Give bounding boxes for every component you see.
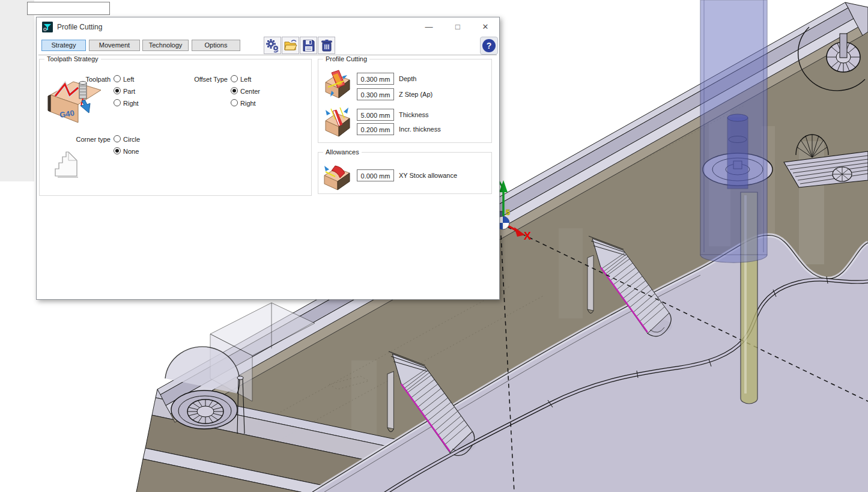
generate-gear-icon xyxy=(266,38,280,53)
help-button[interactable]: ? xyxy=(480,37,498,55)
radio-offset-right[interactable] xyxy=(231,99,238,106)
origin-number-badge: 5 xyxy=(506,208,510,217)
tab-options[interactable]: Options xyxy=(192,40,240,51)
offset-type-label: Offset Type xyxy=(186,76,228,83)
toolpath-strategy-group: Toolpath Strategy G40 Toolpath Left Part xyxy=(39,59,312,196)
incr-thickness-label: Incr. thickness xyxy=(399,126,441,133)
corner-type-icon xyxy=(50,151,80,180)
xy-allowance-field[interactable]: 0.000 mm xyxy=(357,169,394,181)
quick-search-input[interactable] xyxy=(27,2,110,15)
close-button[interactable]: ✕ xyxy=(475,20,496,34)
radio-toolpath-part-label[interactable]: Part xyxy=(123,88,135,95)
dialog-title: Profile Cutting xyxy=(57,23,102,31)
group-title: Allowances xyxy=(323,148,362,156)
radio-corner-circle-label[interactable]: Circle xyxy=(123,136,140,143)
save-button[interactable] xyxy=(300,37,317,54)
zstep-label: Z Step (Ap) xyxy=(399,91,432,98)
x-axis-label: X xyxy=(524,230,531,242)
profile-cutting-group: Profile Cutting 0.300 mm Depth 0.300 mm … xyxy=(318,59,492,143)
left-tool-strip xyxy=(0,0,34,181)
tab-movement[interactable]: Movement xyxy=(89,40,140,51)
depth-field[interactable]: 0.300 mm xyxy=(357,73,394,85)
toolbar-separator xyxy=(38,55,497,55)
zstep-field[interactable]: 0.300 mm xyxy=(357,88,394,100)
group-title: Toolpath Strategy xyxy=(44,55,101,62)
thickness-icon xyxy=(322,106,351,139)
xy-allowance-icon xyxy=(322,161,351,192)
radio-offset-center-label[interactable]: Center xyxy=(240,88,260,95)
radio-offset-left[interactable] xyxy=(231,75,238,82)
radio-corner-none[interactable] xyxy=(114,147,121,154)
application-window: { "top_input": {"value": "", "placeholde… xyxy=(0,0,868,492)
trash-icon xyxy=(320,38,334,53)
radio-toolpath-right-label[interactable]: Right xyxy=(123,100,139,107)
xy-allowance-label: XY Stock allowance xyxy=(399,172,457,179)
toolpath-g40-icon: G40 xyxy=(47,74,105,131)
depth-icon xyxy=(323,69,351,102)
depth-label: Depth xyxy=(399,75,416,82)
thickness-field[interactable]: 5.000 mm xyxy=(357,109,394,121)
toolpath-label: Toolpath xyxy=(68,76,111,83)
allowances-group: Allowances 0.000 mm XY Stock allowance xyxy=(318,152,492,194)
radio-offset-center[interactable] xyxy=(231,87,238,94)
thickness-label: Thickness xyxy=(399,111,429,118)
help-icon: ? xyxy=(482,39,496,52)
radio-toolpath-left-label[interactable]: Left xyxy=(123,76,134,83)
tool-shank xyxy=(700,0,767,263)
radio-corner-none-label[interactable]: None xyxy=(123,148,139,155)
radio-toolpath-left[interactable] xyxy=(114,75,121,82)
delete-button[interactable] xyxy=(318,37,335,54)
radio-toolpath-part[interactable] xyxy=(114,87,121,94)
radio-offset-right-label[interactable]: Right xyxy=(240,100,256,107)
profile-cutting-dialog: Profile Cutting — □ ✕ Strategy Movement … xyxy=(36,17,500,300)
radio-toolpath-right[interactable] xyxy=(114,99,121,106)
save-floppy-icon xyxy=(302,38,316,53)
open-button[interactable] xyxy=(282,37,299,54)
radio-offset-left-label[interactable]: Left xyxy=(240,76,251,83)
tab-strategy[interactable]: Strategy xyxy=(41,40,86,51)
operation-icon xyxy=(42,22,53,32)
group-title: Profile Cutting xyxy=(323,55,369,62)
incr-thickness-field[interactable]: 0.200 mm xyxy=(357,123,394,135)
tab-technology[interactable]: Technology xyxy=(142,40,189,51)
maximize-button[interactable]: □ xyxy=(448,20,468,34)
minimize-button[interactable]: — xyxy=(419,20,439,34)
dialog-titlebar[interactable]: Profile Cutting — □ ✕ xyxy=(37,17,499,37)
open-folder-icon xyxy=(284,38,298,53)
radio-corner-circle[interactable] xyxy=(114,135,121,142)
corner-type-label: Corner type xyxy=(68,136,111,143)
generate-button[interactable] xyxy=(264,37,281,54)
